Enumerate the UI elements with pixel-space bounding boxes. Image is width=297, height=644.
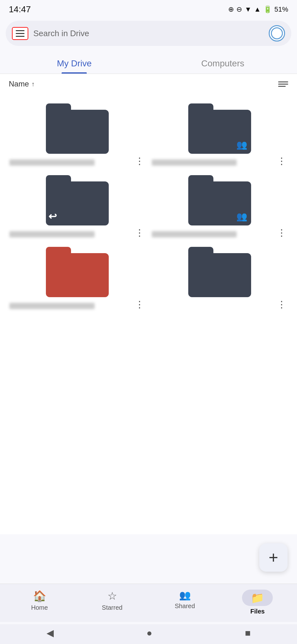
list-item[interactable]: 👥 ⋮ bbox=[149, 97, 291, 169]
shared-badge-icon-2: 👥 bbox=[236, 140, 247, 150]
files-active-bg: 📁 bbox=[242, 590, 273, 606]
shortcut-badge-icon-3: ↩ bbox=[48, 210, 57, 222]
nav-label-shared: Shared bbox=[175, 602, 195, 610]
list-icon-line-1 bbox=[278, 81, 288, 82]
wifi-icon: ▼ bbox=[245, 5, 251, 14]
nav-label-files: Files bbox=[250, 608, 265, 615]
main-content: ⋮ 👥 ⋮ ↩ bbox=[0, 94, 297, 534]
shared-icon: 👥 bbox=[179, 590, 191, 601]
status-bar: 14:47 ⊕ ⊖ ▼ ▲ 🔋 51% bbox=[0, 0, 297, 18]
nav-label-home: Home bbox=[31, 604, 48, 611]
bottom-nav: 🏠 Home ☆ Starred 👥 Shared 📁 Files bbox=[0, 584, 297, 622]
home-icon: 🏠 bbox=[33, 590, 46, 602]
file-name-blurred-sm-3 bbox=[9, 231, 95, 237]
status-time: 14:47 bbox=[9, 4, 31, 14]
files-icon: 📁 bbox=[251, 592, 264, 604]
list-icon-line-3 bbox=[278, 86, 286, 87]
list-item[interactable]: ⋮ bbox=[6, 241, 149, 312]
nav-item-files[interactable]: 📁 Files bbox=[221, 590, 294, 615]
folder-icon-3: ↩ bbox=[46, 175, 109, 225]
hamburger-line-2 bbox=[16, 33, 25, 34]
nav-item-shared[interactable]: 👥 Shared bbox=[149, 590, 221, 615]
hamburger-line-1 bbox=[16, 30, 25, 31]
list-item[interactable]: ⋮ bbox=[6, 97, 149, 169]
file-name-row-4: ⋮ bbox=[152, 228, 288, 237]
file-name-blurred-sm-2 bbox=[152, 159, 237, 166]
sort-label[interactable]: Name ↑ bbox=[9, 80, 35, 88]
files-grid: ⋮ 👥 ⋮ ↩ bbox=[0, 94, 297, 315]
starred-icon: ☆ bbox=[107, 590, 117, 602]
battery-percent: 51% bbox=[274, 5, 288, 14]
add-icon: + bbox=[269, 549, 278, 566]
list-item[interactable]: 👥 ⋮ bbox=[149, 169, 291, 241]
nav-item-starred[interactable]: ☆ Starred bbox=[76, 590, 148, 615]
folder-icon-1 bbox=[46, 103, 109, 154]
folder-icon-5 bbox=[46, 247, 109, 297]
shared-badge-icon-4: 👥 bbox=[236, 211, 247, 222]
nav-label-starred: Starred bbox=[102, 604, 123, 611]
hamburger-line-3 bbox=[16, 36, 25, 37]
home-button[interactable]: ● bbox=[146, 628, 152, 638]
sort-row: Name ↑ bbox=[0, 74, 297, 94]
android-nav-bar: ◀ ● ■ bbox=[0, 624, 297, 644]
more-options-button-5[interactable]: ⋮ bbox=[134, 300, 146, 309]
battery-icon: 🔋 bbox=[263, 5, 272, 14]
more-options-button-6[interactable]: ⋮ bbox=[276, 300, 288, 309]
search-bar-container: Search in Drive bbox=[0, 18, 297, 49]
list-view-toggle[interactable] bbox=[278, 81, 288, 87]
sort-arrow-icon: ↑ bbox=[31, 80, 35, 88]
more-options-button-3[interactable]: ⋮ bbox=[134, 228, 146, 237]
list-item[interactable]: ↩ ⋮ bbox=[6, 169, 149, 241]
back-button[interactable]: ◀ bbox=[47, 627, 54, 638]
recents-button[interactable]: ■ bbox=[245, 628, 250, 638]
search-input-placeholder[interactable]: Search in Drive bbox=[33, 29, 264, 38]
more-options-button-2[interactable]: ⋮ bbox=[276, 156, 288, 166]
file-name-blurred-sm-4 bbox=[152, 231, 237, 237]
list-item[interactable]: ⋮ bbox=[149, 241, 291, 312]
file-name-row-5: ⋮ bbox=[9, 300, 146, 309]
more-options-button-1[interactable]: ⋮ bbox=[134, 156, 146, 166]
status-icons: ⊕ ⊖ ▼ ▲ 🔋 51% bbox=[228, 5, 288, 14]
tabs-container: My Drive Computers bbox=[0, 52, 297, 74]
cast-icon: ⊕ bbox=[228, 5, 234, 14]
file-name-row-6: ⋮ bbox=[152, 300, 288, 309]
tab-computers[interactable]: Computers bbox=[149, 52, 297, 74]
signal-icon: ▲ bbox=[254, 5, 261, 14]
tab-my-drive[interactable]: My Drive bbox=[0, 52, 149, 74]
avatar-inner-ring bbox=[271, 27, 283, 39]
file-name-blurred-sm-5 bbox=[9, 303, 95, 309]
nav-item-home[interactable]: 🏠 Home bbox=[3, 590, 76, 615]
folder-icon-6 bbox=[188, 247, 251, 297]
file-name-blurred-sm-1 bbox=[9, 159, 95, 166]
folder-icon-4: 👥 bbox=[188, 175, 251, 225]
more-options-button-4[interactable]: ⋮ bbox=[276, 228, 288, 237]
file-name-row-3: ⋮ bbox=[9, 228, 146, 237]
list-icon-line-2 bbox=[278, 84, 288, 85]
folder-icon-2: 👥 bbox=[188, 103, 251, 154]
do-not-disturb-icon: ⊖ bbox=[236, 5, 242, 14]
file-name-row-1: ⋮ bbox=[9, 156, 146, 166]
add-fab-button[interactable]: + bbox=[259, 543, 288, 572]
user-avatar[interactable] bbox=[269, 25, 285, 42]
file-name-row-2: ⋮ bbox=[152, 156, 288, 166]
search-bar: Search in Drive bbox=[6, 21, 291, 46]
hamburger-menu-button[interactable] bbox=[12, 27, 28, 40]
